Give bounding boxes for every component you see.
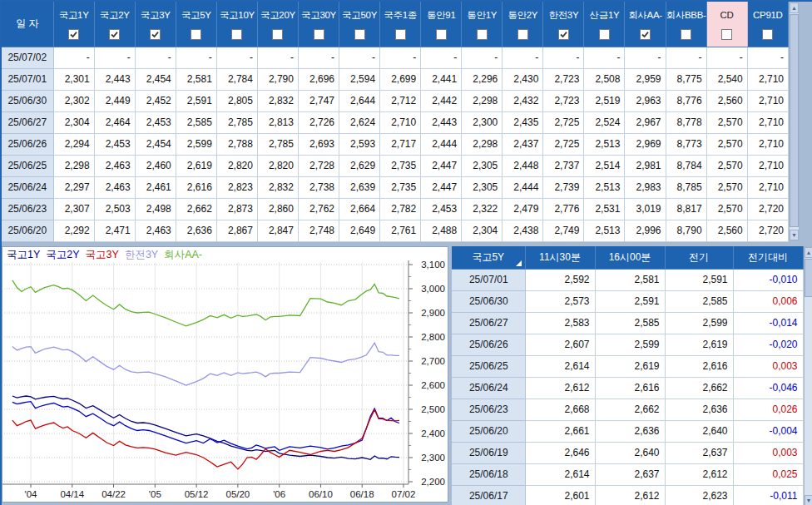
scroll-up-arrow[interactable]: ▲	[790, 2, 799, 13]
series-checkbox[interactable]	[477, 29, 488, 40]
rate-cell: -	[53, 47, 94, 68]
table-row[interactable]: 25/06/242,6122,6162,662-0,046	[452, 377, 803, 399]
rate-cell: 2,967	[625, 111, 666, 133]
rate-cell: 8,773	[666, 133, 706, 155]
detail-header-row: 국고5Y11시30분16시00분전기전기대비	[452, 246, 803, 269]
rate-cell: 2,488	[421, 220, 462, 241]
table-row[interactable]: 25/06/192,6462,6402,6370,003	[452, 442, 803, 463]
detail-column-header-2[interactable]: 11시30분	[525, 246, 595, 269]
table-row[interactable]: 25/06/232,3072,5032,4982,6622,8732,8602,…	[2, 198, 789, 220]
table-row[interactable]: 25/07/012,5922,5812,591-0,010	[452, 269, 803, 290]
rate-1600-cell: 2,637	[595, 463, 665, 485]
table-row[interactable]: 25/07/012,3012,4432,4542,5812,7842,7902,…	[2, 68, 789, 90]
date-cell: 25/06/27	[2, 111, 53, 133]
rate-1600-cell: 2,599	[595, 334, 665, 355]
rate-cell: 2,524	[584, 111, 625, 133]
table-row[interactable]: 25/06/262,6072,5992,619-0,020	[452, 334, 803, 355]
table-row[interactable]: 25/06/272,5832,5852,599-0,014	[452, 312, 803, 334]
column-header-8: 국고50Y	[339, 2, 380, 47]
table-row[interactable]: 25/06/202,2922,4712,4632,6362,8672,8472,…	[2, 220, 789, 241]
rate-cell: 2,437	[503, 133, 543, 155]
detail-column-header-1[interactable]: 국고5Y	[452, 246, 525, 269]
rate-cell: 2,296	[462, 68, 503, 90]
scroll-up-arrow[interactable]: ▲	[805, 247, 812, 258]
series-checkbox[interactable]	[354, 29, 365, 40]
rates-chart-panel: 국고1Y국고2Y국고3Y한전3Y회사AA- 3,1003,0002,9002,8…	[2, 246, 448, 503]
series-checkbox[interactable]	[599, 29, 610, 40]
scroll-down-arrow[interactable]: ▼	[805, 495, 812, 505]
rate-1600-cell: 2,591	[595, 290, 665, 312]
table-row[interactable]: 25/06/172,6012,6122,623-0,011	[452, 485, 803, 505]
series-checkbox[interactable]	[272, 29, 283, 40]
table-row[interactable]: 25/06/272,3042,4642,4532,5852,7852,8132,…	[2, 111, 789, 133]
rate-cell: 3,019	[625, 198, 666, 220]
series-checkbox[interactable]	[681, 29, 691, 40]
table-row[interactable]: 25/06/182,6142,6372,6120,025	[452, 463, 803, 485]
rate-cell: 8,776	[666, 90, 706, 111]
column-label: 국고3Y	[136, 3, 176, 25]
table-row[interactable]: 25/06/302,3022,4492,4522,5912,8052,8322,…	[2, 90, 789, 111]
vertical-scrollbar[interactable]: ▲ ▼	[789, 2, 800, 241]
table-row[interactable]: 25/07/02------------------	[2, 47, 789, 68]
series-line-5	[12, 280, 399, 326]
diff-cell: -0,010	[733, 269, 803, 290]
column-label: 국고10Y	[217, 3, 257, 25]
column-header-15: 회사AA-	[625, 2, 666, 47]
series-checkbox[interactable]	[68, 29, 79, 40]
series-checkbox[interactable]	[558, 29, 569, 40]
series-checkbox[interactable]	[150, 29, 161, 40]
scrollbar-thumb[interactable]	[790, 14, 799, 227]
series-checkbox[interactable]	[395, 29, 406, 40]
rate-cell: 2,820	[216, 155, 257, 176]
rate-cell: 2,460	[135, 155, 176, 176]
series-checkbox[interactable]	[231, 29, 242, 40]
column-label: CD	[707, 3, 747, 25]
rate-cell: 2,508	[584, 68, 625, 90]
y-axis-label: 2,300	[421, 453, 445, 463]
rate-cell: 2,298	[462, 90, 503, 111]
rate-cell: 2,624	[339, 111, 380, 133]
rate-cell: 2,728	[298, 155, 339, 176]
rate-1600-cell: 2,640	[595, 442, 665, 463]
table-row[interactable]: 25/06/232,6682,6622,6360,026	[452, 399, 803, 420]
series-line-2	[12, 402, 399, 451]
rate-cell: 2,749	[543, 220, 584, 241]
column-header-18: CP91D	[747, 2, 788, 47]
table-row[interactable]: 25/06/252,2982,4632,4602,6192,8202,8202,…	[2, 155, 789, 176]
rates-line-chart[interactable]: 3,1003,0002,9002,8002,7002,6002,5002,400…	[2, 260, 448, 502]
legend-item: 국고1Y	[7, 249, 40, 260]
rate-cell: 2,790	[257, 68, 298, 90]
detail-column-header-4[interactable]: 전기	[665, 246, 733, 269]
series-checkbox[interactable]	[640, 29, 651, 40]
series-checkbox[interactable]	[721, 29, 732, 40]
legend-item: 국고2Y	[46, 249, 79, 260]
series-checkbox[interactable]	[436, 29, 447, 40]
rate-1130-cell: 2,614	[525, 463, 595, 485]
rate-cell: 2,710	[747, 68, 788, 90]
table-row[interactable]: 25/06/262,2942,4532,4542,5992,7882,7852,…	[2, 133, 789, 155]
detail-column-header-5[interactable]: 전기대비	[733, 246, 803, 269]
rate-cell: 2,453	[94, 133, 135, 155]
series-checkbox[interactable]	[109, 29, 120, 40]
table-row[interactable]: 25/06/202,6612,6362,640-0,004	[452, 420, 803, 442]
detail-column-header-3[interactable]: 16시00분	[595, 246, 665, 269]
table-row[interactable]: 25/06/302,5732,5912,5850,006	[452, 290, 803, 312]
chart-legend: 국고1Y국고2Y국고3Y한전3Y회사AA-	[7, 248, 208, 261]
diff-cell: -0,011	[733, 485, 803, 505]
vertical-scrollbar[interactable]: ▲ ▼	[804, 246, 812, 505]
series-checkbox[interactable]	[314, 29, 324, 40]
rate-cell: 2,463	[135, 220, 176, 241]
series-checkbox[interactable]	[191, 29, 201, 40]
y-axis-label: 2,900	[421, 308, 445, 318]
series-checkbox[interactable]	[517, 29, 528, 40]
rate-cell: 2,710	[380, 111, 421, 133]
diff-cell: -0,046	[733, 377, 803, 399]
series-checkbox[interactable]	[762, 29, 773, 40]
scrollbar-thumb[interactable]	[805, 259, 812, 297]
table-row[interactable]: 25/06/242,2972,4632,4612,6162,8232,8322,…	[2, 176, 789, 198]
rate-cell: 2,453	[421, 198, 462, 220]
table-row[interactable]: 25/06/252,6142,6192,6160,003	[452, 355, 803, 377]
scroll-down-arrow[interactable]: ▼	[790, 230, 799, 240]
column-header-14: 산금1Y	[584, 2, 625, 47]
diff-cell: -0,014	[733, 312, 803, 334]
